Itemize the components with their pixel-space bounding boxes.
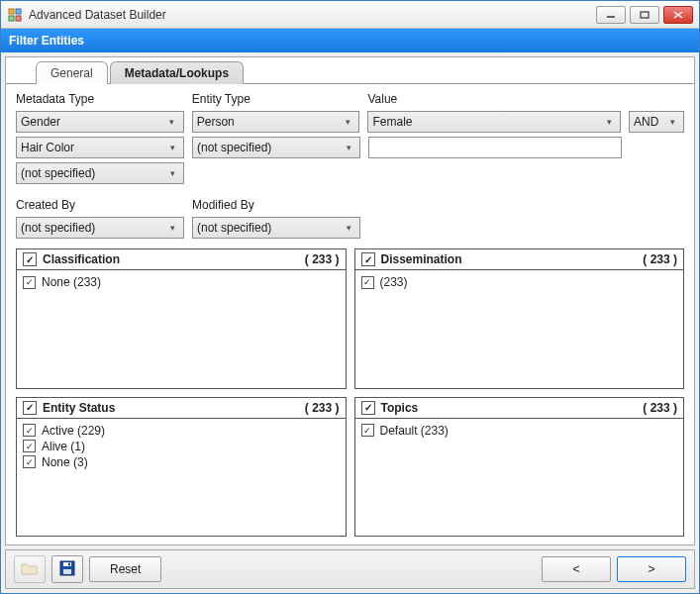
checkbox-icon[interactable]: ✓ — [23, 440, 36, 452]
entity-type-select-2[interactable]: (not specified) ▾ — [192, 137, 360, 158]
panel-count: ( 233 ) — [643, 252, 677, 266]
panel-count: ( 233 ) — [305, 401, 340, 415]
panel-topics: ✓ Topics ( 233 ) ✓Default (233) — [354, 397, 685, 538]
panel-title: Dissemination — [381, 252, 644, 266]
item-label: Active (229) — [42, 424, 105, 438]
panel-body: ✓Active (229)✓Alive (1)✓None (3) — [17, 419, 346, 537]
svg-rect-10 — [63, 569, 71, 574]
label-entity-type: Entity Type — [192, 92, 360, 106]
panel-title: Entity Status — [43, 401, 305, 415]
list-item[interactable]: ✓None (233) — [23, 274, 340, 290]
chevron-down-icon: ▾ — [165, 168, 179, 178]
svg-rect-3 — [16, 16, 21, 21]
panel-body: ✓None (233) — [17, 270, 346, 388]
item-label: Alive (1) — [42, 440, 85, 453]
maximize-button[interactable] — [630, 6, 659, 24]
panel-dissemination: ✓ Dissemination ( 233 ) ✓(233) — [354, 248, 685, 389]
label-created-by: Created By — [16, 198, 184, 212]
list-item[interactable]: ✓None (3) — [23, 454, 340, 470]
save-button[interactable] — [51, 555, 83, 583]
tab-metadata-lookups[interactable]: Metadata/Lookups — [110, 61, 244, 84]
item-label: Default (233) — [380, 424, 449, 438]
svg-rect-11 — [68, 562, 70, 565]
app-icon — [7, 7, 23, 23]
minimize-button[interactable] — [596, 6, 626, 24]
combo-text: AND — [634, 115, 665, 129]
combo-text: (not specified) — [21, 221, 165, 235]
chevron-down-icon: ▾ — [165, 223, 179, 233]
combo-text: Female — [372, 115, 602, 129]
entity-type-select-1[interactable]: Person ▾ — [192, 111, 360, 133]
panel-entity-status: ✓ Entity Status ( 233 ) ✓Active (229)✓Al… — [16, 397, 347, 538]
modified-by-select[interactable]: (not specified) ▾ — [192, 217, 360, 239]
metadata-type-select-1[interactable]: Gender ▾ — [16, 111, 184, 133]
tab-general[interactable]: General — [36, 61, 108, 84]
panel-body: ✓(233) — [355, 270, 684, 388]
tabs: General Metadata/Lookups — [6, 57, 694, 83]
item-label: None (233) — [42, 275, 101, 289]
save-icon — [59, 560, 75, 579]
checkbox-icon[interactable]: ✓ — [23, 455, 36, 468]
list-item[interactable]: ✓Default (233) — [361, 423, 678, 439]
chevron-down-icon: ▾ — [165, 117, 179, 127]
metadata-type-select-2[interactable]: Hair Color ▾ — [16, 137, 184, 158]
chevron-down-icon: ▾ — [342, 223, 355, 233]
operator-select-1[interactable]: AND ▾ — [629, 111, 684, 133]
label-value: Value — [367, 92, 621, 106]
metadata-type-select-3[interactable]: (not specified) ▾ — [16, 162, 184, 184]
next-button[interactable]: > — [617, 556, 686, 582]
panel-count: ( 233 ) — [305, 252, 340, 266]
svg-rect-1 — [16, 9, 21, 14]
reset-button[interactable]: Reset — [89, 556, 161, 582]
label-metadata-type: Metadata Type — [16, 92, 184, 106]
folder-open-icon — [21, 561, 39, 578]
button-label: > — [648, 562, 654, 576]
chevron-down-icon: ▾ — [342, 143, 355, 152]
list-item[interactable]: ✓Alive (1) — [23, 439, 340, 454]
combo-text: Person — [197, 115, 342, 129]
panel-check-entity-status[interactable]: ✓ — [23, 401, 37, 415]
svg-rect-5 — [641, 12, 649, 18]
panel-count: ( 233 ) — [643, 401, 677, 415]
panel-classification: ✓ Classification ( 233 ) ✓None (233) — [16, 248, 347, 389]
panel-check-topics[interactable]: ✓ — [361, 401, 375, 415]
checkbox-icon[interactable]: ✓ — [361, 424, 374, 437]
list-item[interactable]: ✓(233) — [361, 274, 678, 290]
chevron-down-icon: ▾ — [602, 117, 616, 127]
prev-button[interactable]: < — [542, 556, 611, 582]
open-button[interactable] — [14, 555, 46, 583]
label-modified-by: Modified By — [192, 198, 360, 212]
window-title: Advanced Dataset Builder — [29, 8, 596, 22]
combo-text: (not specified) — [21, 166, 165, 180]
combo-text: Hair Color — [21, 141, 165, 154]
app-window: Advanced Dataset Builder Filter Entities… — [0, 0, 700, 594]
tab-body: Metadata Type Entity Type Value Gender ▾… — [6, 83, 694, 544]
svg-rect-0 — [9, 9, 14, 14]
footer-bar: Reset < > — [5, 549, 695, 589]
panel-check-dissemination[interactable]: ✓ — [361, 252, 375, 266]
button-label: < — [572, 562, 579, 576]
value-select-1[interactable]: Female ▾ — [367, 111, 621, 133]
panel-title: Topics — [381, 401, 644, 415]
combo-text: (not specified) — [197, 221, 342, 235]
value-input-2[interactable] — [368, 137, 622, 158]
close-button[interactable] — [663, 6, 693, 24]
combo-text: Gender — [21, 115, 165, 129]
checkbox-icon[interactable]: ✓ — [23, 276, 36, 289]
item-label: None (3) — [42, 455, 88, 469]
svg-rect-2 — [9, 16, 14, 21]
list-item[interactable]: ✓Active (229) — [23, 423, 340, 439]
panel-title: Classification — [43, 252, 305, 266]
chevron-down-icon: ▾ — [165, 143, 179, 152]
checkbox-icon[interactable]: ✓ — [361, 276, 374, 289]
titlebar: Advanced Dataset Builder — [1, 1, 699, 29]
item-label: (233) — [380, 275, 408, 289]
panel-check-classification[interactable]: ✓ — [23, 252, 37, 266]
chevron-down-icon: ▾ — [665, 117, 679, 127]
section-header: Filter Entities — [1, 29, 699, 52]
checkbox-icon[interactable]: ✓ — [23, 424, 36, 437]
created-by-select[interactable]: (not specified) ▾ — [16, 217, 184, 239]
section-title: Filter Entities — [9, 34, 84, 48]
window-controls — [596, 6, 693, 24]
button-label: Reset — [110, 562, 141, 576]
